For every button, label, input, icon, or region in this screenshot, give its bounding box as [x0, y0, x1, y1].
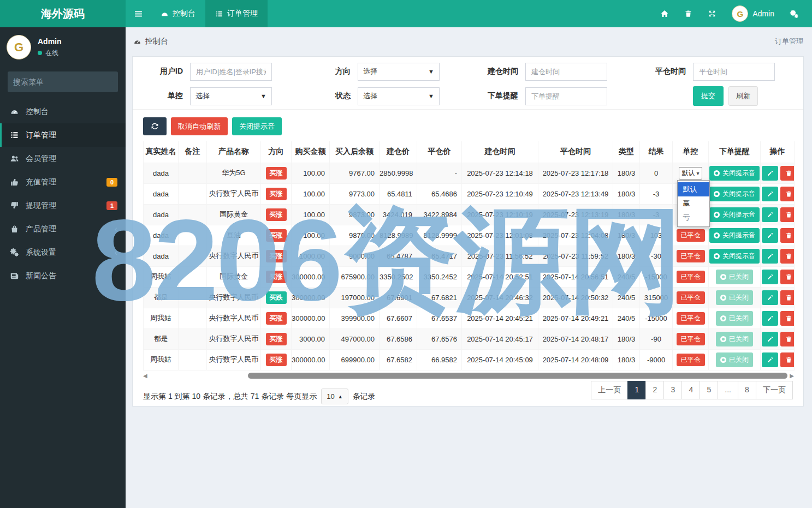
row-sound-button[interactable]: 已关闭	[716, 290, 753, 305]
home-button[interactable]	[653, 0, 677, 27]
scrollbar-thumb[interactable]	[248, 373, 787, 379]
edit-button[interactable]	[762, 166, 778, 181]
fullscreen-button[interactable]	[700, 0, 724, 27]
remind-input[interactable]	[525, 87, 607, 105]
sidebar-item[interactable]: 产品管理‹	[0, 217, 126, 241]
cell-note	[179, 246, 207, 266]
row-sound-button[interactable]: 关闭提示音	[709, 187, 760, 201]
cancel-auto-refresh-button[interactable]: 取消自动刷新	[171, 117, 228, 135]
sidebar-item[interactable]: 充值管理0	[0, 170, 126, 194]
edit-button[interactable]	[762, 332, 778, 346]
closed-position-badge: 已平仓	[677, 354, 705, 366]
delete-button[interactable]	[780, 270, 795, 284]
row-sound-button[interactable]: 已关闭	[716, 352, 753, 367]
delete-button[interactable]	[780, 332, 795, 346]
scroll-right-arrow[interactable]: ▶	[787, 373, 794, 379]
cell-open-price: 67.6582	[380, 349, 417, 370]
dropdown-option[interactable]: 默认	[678, 182, 709, 196]
nav-item-link[interactable]: 控制台	[151, 0, 205, 27]
edit-button[interactable]	[762, 270, 778, 284]
delete-button[interactable]	[780, 166, 795, 181]
refresh-table-button[interactable]	[143, 117, 167, 135]
cell-amount: 1000.00	[292, 246, 330, 266]
edit-button[interactable]	[762, 311, 778, 326]
avatar: G	[7, 35, 31, 59]
sidebar-item[interactable]: 新闻公告	[0, 264, 126, 288]
breadcrumb-right: 订单管理	[775, 37, 803, 46]
page-number[interactable]: 4	[681, 381, 700, 399]
row-sound-button[interactable]: 关闭提示音	[709, 228, 760, 243]
sidebar-badge: 0	[106, 178, 117, 187]
cell-open-time: 2025-07-23 11:56:52	[462, 246, 538, 266]
direction-badge: 买涨	[266, 229, 287, 242]
delete-button[interactable]	[780, 228, 795, 243]
trash-icon	[785, 273, 792, 280]
breadcrumb-left: 控制台	[145, 37, 168, 46]
dropdown-option[interactable]: 亏	[678, 211, 709, 225]
row-sound-button[interactable]: 关闭提示音	[709, 166, 760, 181]
delete-button[interactable]	[780, 352, 795, 367]
page-prev[interactable]: 上一页	[591, 381, 628, 399]
search-icon[interactable]	[112, 78, 112, 86]
pencil-icon	[767, 294, 774, 301]
column-header: 备注	[179, 141, 207, 163]
page-size-select[interactable]: 10 ▲	[321, 389, 348, 404]
delete-button[interactable]	[780, 249, 795, 264]
refresh-button[interactable]: 刷新	[728, 86, 758, 106]
expand-icon	[708, 9, 716, 18]
home-icon	[660, 9, 669, 18]
edit-button[interactable]	[762, 249, 778, 264]
delete-button[interactable]	[780, 290, 795, 305]
sidebar-item[interactable]: 系统设置‹	[0, 241, 126, 264]
page-number[interactable]: 5	[700, 381, 718, 399]
delete-button[interactable]	[780, 187, 795, 201]
column-header: 操作	[761, 141, 795, 163]
page-next[interactable]: 下一页	[756, 381, 793, 399]
sidebar-item[interactable]: 控制台	[0, 100, 126, 123]
sidebar-search-input[interactable]	[13, 77, 112, 86]
sidebar-item-label: 订单管理	[26, 130, 56, 140]
delete-button[interactable]	[780, 311, 795, 326]
sidebar-toggle-button[interactable]	[126, 0, 151, 27]
direction-select[interactable]: 选择▼	[358, 63, 440, 81]
row-sound-button[interactable]: 已关闭	[716, 270, 753, 284]
cell-balance: 399900.00	[330, 308, 380, 328]
dropdown-option[interactable]: 赢	[678, 196, 709, 211]
page-number[interactable]: 8	[738, 381, 756, 399]
row-sound-button[interactable]: 关闭提示音	[709, 207, 760, 222]
edit-button[interactable]	[762, 187, 778, 201]
sidebar-badge: 1	[106, 201, 117, 210]
edit-button[interactable]	[762, 207, 778, 222]
scroll-left-arrow[interactable]: ◀	[143, 373, 150, 379]
open-time-input[interactable]	[525, 63, 607, 81]
user-id-input[interactable]	[190, 63, 272, 81]
delete-button[interactable]	[780, 207, 795, 222]
sidebar-item[interactable]: 会员管理	[0, 147, 126, 170]
order-control-select[interactable]: 默认▾	[679, 167, 702, 180]
trash-icon	[785, 253, 792, 260]
row-sound-button[interactable]: 关闭提示音	[709, 249, 760, 264]
settings-button[interactable]	[782, 0, 807, 27]
close-time-input[interactable]	[693, 63, 775, 81]
page-number[interactable]: 3	[663, 381, 682, 399]
sidebar-item[interactable]: 提现管理1	[0, 194, 126, 217]
row-sound-button[interactable]: 已关闭	[716, 332, 753, 346]
pencil-icon	[767, 336, 774, 343]
edit-button[interactable]	[762, 352, 778, 367]
row-sound-button[interactable]: 已关闭	[716, 311, 753, 326]
user-menu[interactable]: G Admin	[724, 0, 782, 27]
status-select[interactable]: 选择▼	[358, 87, 440, 105]
cell-result: -3	[640, 183, 673, 204]
submit-button[interactable]: 提交	[693, 86, 724, 106]
column-header: 方向	[261, 141, 292, 163]
nav-item-active[interactable]: 订单管理	[205, 0, 268, 27]
edit-button[interactable]	[762, 228, 778, 243]
control-select[interactable]: 选择▼	[190, 87, 272, 105]
page-number[interactable]: 2	[645, 381, 664, 399]
edit-button[interactable]	[762, 290, 778, 305]
clear-cache-button[interactable]	[677, 0, 700, 27]
close-sound-button[interactable]: 关闭提示音	[232, 117, 282, 135]
page-number[interactable]: 1	[627, 381, 646, 399]
cell-balance: 197000.00	[330, 287, 380, 308]
sidebar-item[interactable]: 订单管理	[0, 123, 126, 147]
